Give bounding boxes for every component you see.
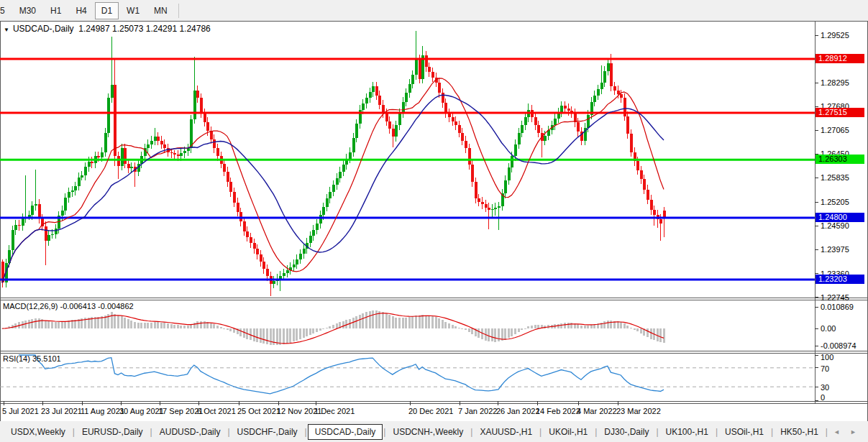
timeframe-toolbar: 5M30H1H4D1W1MN — [0, 0, 868, 21]
tab-item-usdchf-daily[interactable]: USDCHF-,Daily — [231, 425, 304, 439]
timeframe-button-w1[interactable]: W1 — [120, 2, 146, 19]
toolbar-separator — [178, 4, 179, 18]
symbol-tab-bar: USDX,Weekly|EURUSD-,Daily|AUDUSD-,Daily|… — [0, 421, 868, 442]
chart-plot-area[interactable] — [0, 42, 815, 318]
tab-item-uk100-h1[interactable]: UK100-,H1 — [659, 425, 715, 439]
timeframe-button-h1[interactable]: H1 — [44, 2, 68, 19]
tab-scroll-left-icon[interactable]: ◄ — [828, 428, 845, 436]
tab-item-usdcnh-weekly[interactable]: USDCNH-,Weekly — [386, 425, 470, 439]
tab-scroll-right-icon[interactable]: ► — [845, 428, 862, 436]
timeframe-button-d1[interactable]: D1 — [95, 2, 119, 19]
tab-item-usdcad-daily[interactable]: USDCAD-,Daily — [308, 424, 383, 440]
tab-item-xauusd-h1[interactable]: XAUUSD-,H1 — [473, 425, 539, 439]
tab-item-ukoil-h1[interactable]: UKOil-,H1 — [542, 425, 594, 439]
timeframe-button-mn[interactable]: MN — [147, 2, 174, 19]
tab-item-audusd-daily[interactable]: AUDUSD-,Daily — [153, 425, 227, 439]
tab-item-eurusd-daily[interactable]: EURUSD-,Daily — [76, 425, 150, 439]
chart-window — [0, 21, 868, 421]
timeframe-button-h4[interactable]: H4 — [69, 2, 93, 19]
timeframe-button-m30[interactable]: M30 — [13, 2, 42, 19]
timeframe-button-5[interactable]: 5 — [0, 2, 12, 19]
price-axis[interactable] — [815, 42, 868, 424]
tab-item-hk50-h1[interactable]: HK50-,H1 — [774, 425, 825, 439]
tab-item-usdx-weekly[interactable]: USDX,Weekly — [4, 425, 72, 439]
tab-item-dj30-daily[interactable]: DJ30-,Daily — [598, 425, 655, 439]
tab-item-usoil-h1[interactable]: USOil-,H1 — [718, 425, 770, 439]
